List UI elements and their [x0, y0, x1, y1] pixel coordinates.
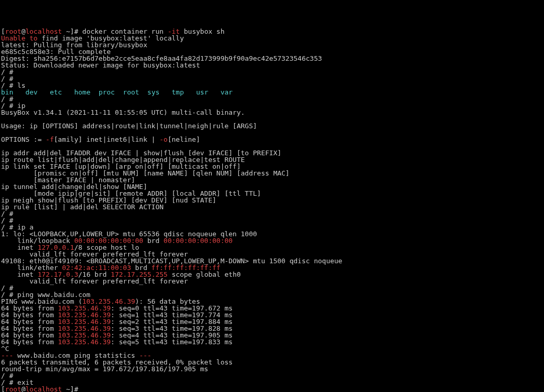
- ip-options: OPTIONS :=: [1, 136, 46, 143]
- opt-f: -f: [46, 136, 54, 143]
- ip-help: ip rule [list] | add|del SELECTOR ACTION: [1, 203, 164, 211]
- opt-o: -o: [159, 136, 168, 143]
- brd-label: brd: [143, 237, 164, 245]
- dir: dev: [25, 88, 37, 96]
- dir: root: [123, 88, 139, 96]
- ip-options-mid: [amily] inet|inet6|link |: [54, 136, 160, 143]
- dir: usr: [196, 88, 208, 96]
- dir: sys: [147, 88, 159, 96]
- terminal[interactable]: [root@localhost ~]# docker container run…: [0, 27, 544, 392]
- ping-row-ip: 103.235.46.39: [58, 338, 111, 346]
- ping-row-post: : seq=5 ttl=43 time=197.833 ms: [111, 338, 233, 346]
- ip-options-tail: [neline]: [168, 136, 200, 143]
- cmd-docker-run-rest: busybox sh: [180, 28, 224, 35]
- pull-status: Status: Downloaded newer image for busyb…: [1, 61, 200, 69]
- iface-valid: valid_lft forever preferred_lft forever: [1, 277, 188, 285]
- prompt-at: @: [21, 385, 25, 392]
- stats-line: round-trip min/avg/max = 197.672/197.816…: [1, 365, 208, 373]
- mac: 00:00:00:00:00:00: [164, 237, 233, 245]
- ping-row: 64 bytes from: [1, 338, 58, 346]
- busybox-version: BusyBox v1.34.1 (2021-11-11 01:55:05 UTC…: [1, 109, 245, 116]
- prompt-host: localhost: [25, 385, 62, 392]
- dir: tmp: [172, 88, 184, 96]
- prompt-tail: ~]#: [62, 385, 82, 392]
- prompt-bracket: [: [1, 385, 5, 392]
- dir: home: [74, 88, 90, 96]
- dir: var: [221, 88, 233, 96]
- dir: proc: [99, 88, 115, 96]
- ip-usage: Usage: ip [OPTIONS] address|route|link|t…: [1, 122, 257, 130]
- dir: etc: [50, 88, 62, 96]
- prompt-user: root: [5, 385, 21, 392]
